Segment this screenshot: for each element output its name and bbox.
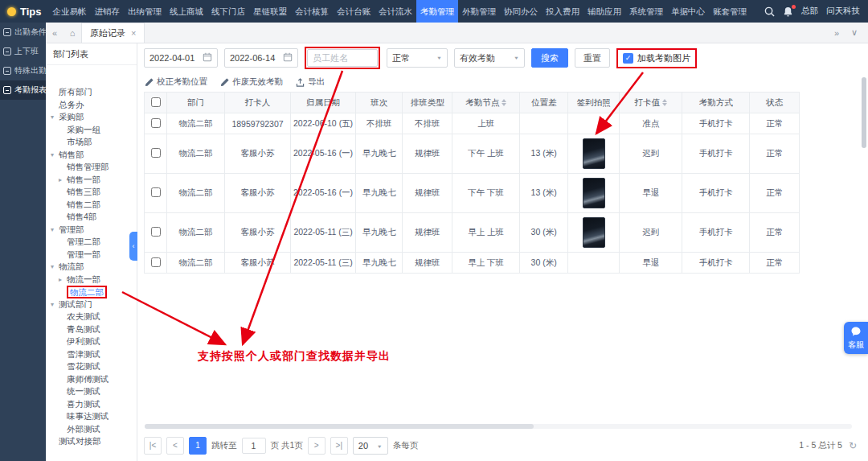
toolbar-action[interactable]: 作废无效考勤: [220, 76, 283, 88]
sidebar-item[interactable]: 特殊出勤: [0, 61, 46, 80]
tab-original-records[interactable]: 原始记录 ×: [81, 23, 145, 43]
reset-button[interactable]: 重置: [575, 48, 610, 68]
dept-tree-item[interactable]: 采购一组: [46, 124, 137, 137]
topbar-menu-item[interactable]: 单据中心: [667, 0, 709, 23]
tree-expanded-icon[interactable]: ▾: [51, 298, 59, 311]
dept-tree-item[interactable]: 青岛测试: [46, 323, 137, 336]
horizontal-scrollbar[interactable]: [145, 424, 534, 429]
prev-page-button[interactable]: <: [166, 437, 184, 455]
sidebar-item[interactable]: 考勤报表: [0, 80, 46, 100]
dept-tree-item[interactable]: 伊利测试: [46, 335, 137, 348]
tree-expanded-icon[interactable]: ▾: [51, 149, 59, 162]
dept-tree-item[interactable]: 统一测试: [46, 385, 137, 398]
dept-tree-item[interactable]: 喜力测试: [46, 398, 137, 411]
org-switcher[interactable]: 总部: [801, 6, 818, 17]
customer-service-button[interactable]: 客服: [844, 322, 868, 354]
bell-icon[interactable]: [783, 6, 793, 17]
dept-tree-item[interactable]: 康师傅测试: [46, 373, 137, 386]
sort-icon[interactable]: [662, 99, 667, 106]
tree-collapsed-icon[interactable]: ▸: [59, 274, 67, 286]
row-checkbox[interactable]: [151, 148, 161, 158]
dept-tree-item[interactable]: 总务办: [46, 99, 137, 112]
app-logo[interactable]: Tips: [0, 6, 49, 18]
dept-tree-item[interactable]: 销售4部: [46, 211, 137, 224]
tree-expanded-icon[interactable]: ▾: [51, 261, 59, 274]
dept-tree-item[interactable]: 市场部: [46, 136, 137, 149]
topbar-menu-item[interactable]: 线下门店: [207, 0, 249, 23]
dept-tree-item[interactable]: 管理二部: [46, 236, 137, 249]
row-checkbox[interactable]: [151, 227, 161, 237]
dept-tree-item[interactable]: 销售管理部: [46, 161, 137, 174]
toolbar-action[interactable]: 导出: [296, 76, 325, 88]
topbar-menu-item[interactable]: 星链联盟: [249, 0, 291, 23]
dept-tree-item[interactable]: 测试对接部: [46, 435, 137, 448]
select-all-checkbox[interactable]: [151, 97, 161, 107]
company-name[interactable]: 问天科技: [826, 6, 860, 17]
attendance-photo[interactable]: [583, 138, 605, 169]
topbar-menu-item[interactable]: 出纳管理: [124, 0, 166, 23]
load-photos-checkbox[interactable]: ✓ 加载考勤图片: [619, 51, 694, 66]
topbar-menu-item[interactable]: 系统管理: [625, 0, 667, 23]
topbar-menu-item[interactable]: 辅助应用: [583, 0, 625, 23]
tree-collapsed-icon[interactable]: ▸: [59, 174, 67, 187]
topbar-menu-item[interactable]: 线上商城: [166, 0, 207, 23]
page-size-select[interactable]: 20 ▼: [353, 437, 388, 455]
first-page-button[interactable]: |<: [144, 437, 162, 455]
jump-page-input[interactable]: [242, 438, 266, 454]
dept-tree-item[interactable]: 所有部门: [46, 86, 137, 99]
topbar-menu-item[interactable]: 外勤管理: [458, 0, 500, 23]
start-date-input[interactable]: 2022-04-01: [144, 48, 218, 68]
tree-expanded-icon[interactable]: ▾: [51, 111, 59, 124]
topbar-menu-item[interactable]: 投入费用: [542, 0, 583, 23]
vertical-scrollbar[interactable]: [862, 77, 866, 148]
dept-tree-item[interactable]: 物流二部: [46, 286, 137, 298]
close-icon[interactable]: ×: [131, 28, 136, 38]
topbar-menu-item[interactable]: 协同办公: [500, 0, 542, 23]
dept-tree-item[interactable]: 销售三部: [46, 186, 137, 199]
dept-tree-item[interactable]: ▾销售部: [46, 149, 137, 162]
sidebar-item[interactable]: 出勤条件: [0, 23, 46, 42]
dept-tree-item[interactable]: 外部测试: [46, 423, 137, 436]
next-page-button[interactable]: >: [308, 437, 326, 455]
row-checkbox[interactable]: [151, 187, 161, 197]
status-select[interactable]: 正常 ▼: [387, 48, 448, 68]
sidebar-item[interactable]: 上下班: [0, 42, 46, 61]
topbar-menu-item[interactable]: 企业易帐: [49, 0, 91, 23]
dept-tree-item[interactable]: 雪津测试: [46, 348, 137, 361]
tabs-menu-icon[interactable]: ∨: [845, 27, 863, 38]
home-icon[interactable]: ⌂: [63, 28, 81, 38]
topbar-menu-item[interactable]: 会计流水: [375, 0, 416, 23]
row-checkbox[interactable]: [151, 257, 161, 267]
dept-tree-item[interactable]: ▸销售一部: [46, 174, 137, 187]
topbar-menu-item[interactable]: 会计核算: [291, 0, 333, 23]
end-date-input[interactable]: 2022-06-14: [224, 48, 298, 68]
search-button[interactable]: 搜索: [531, 48, 568, 68]
dept-tree-item[interactable]: ▾采购部: [46, 111, 137, 124]
dept-tree-item[interactable]: 管理一部: [46, 249, 137, 261]
dept-tree-item[interactable]: 雪花测试: [46, 360, 137, 373]
dept-tree-item[interactable]: ▾管理部: [46, 224, 137, 237]
attendance-photo[interactable]: [583, 217, 605, 248]
tabs-scroll-left-icon[interactable]: «: [46, 28, 63, 38]
dept-tree-item[interactable]: 农夫测试: [46, 311, 137, 323]
last-page-button[interactable]: >|: [330, 437, 348, 455]
attendance-scope-select[interactable]: 有效考勤 ▼: [454, 48, 525, 68]
topbar-menu-item[interactable]: 进销存: [91, 0, 125, 23]
employee-name-input[interactable]: [307, 49, 378, 67]
dept-tree-item[interactable]: 销售二部: [46, 199, 137, 212]
topbar-menu-item[interactable]: 考勤管理: [416, 0, 458, 23]
dept-tree-item[interactable]: 味事达测试: [46, 410, 137, 423]
tree-expanded-icon[interactable]: ▾: [51, 224, 59, 237]
topbar-menu-item[interactable]: 会计台账: [333, 0, 375, 23]
current-page-button[interactable]: 1: [189, 437, 207, 455]
sort-icon[interactable]: [502, 99, 506, 106]
panel-collapse-handle[interactable]: ‹: [129, 232, 137, 261]
dept-tree-item[interactable]: ▾物流部: [46, 261, 137, 274]
dept-tree-item[interactable]: ▸物流一部: [46, 274, 137, 286]
topbar-menu-item[interactable]: 账套管理: [709, 0, 751, 23]
search-icon[interactable]: [764, 6, 775, 17]
row-checkbox[interactable]: [151, 118, 161, 128]
attendance-photo[interactable]: [583, 178, 605, 208]
toolbar-action[interactable]: 校正考勤位置: [145, 76, 207, 88]
refresh-icon[interactable]: ↻: [849, 440, 857, 451]
